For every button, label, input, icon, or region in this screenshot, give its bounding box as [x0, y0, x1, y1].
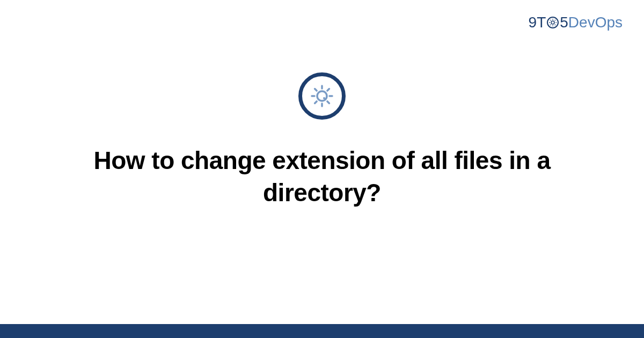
svg-line-9	[555, 25, 555, 25]
gear-icon	[546, 16, 559, 29]
svg-line-6	[550, 20, 551, 20]
page-title: How to change extension of all files in …	[32, 145, 612, 209]
svg-line-8	[550, 25, 551, 25]
footer-accent-bar	[0, 324, 644, 338]
logo-text-five: 5	[560, 14, 568, 31]
site-logo: 9 T 5 DevOps	[529, 14, 623, 31]
svg-line-17	[327, 89, 330, 91]
svg-point-1	[551, 21, 554, 24]
logo-text-devops: DevOps	[568, 14, 623, 31]
logo-text-t: T	[537, 14, 546, 31]
svg-line-16	[315, 89, 317, 91]
svg-line-19	[327, 101, 330, 104]
svg-line-18	[315, 101, 317, 104]
svg-point-10	[317, 91, 327, 101]
svg-point-11	[323, 97, 325, 99]
logo-text-nine: 9	[529, 14, 537, 31]
svg-line-7	[555, 20, 555, 20]
gear-icon-large	[298, 72, 346, 120]
